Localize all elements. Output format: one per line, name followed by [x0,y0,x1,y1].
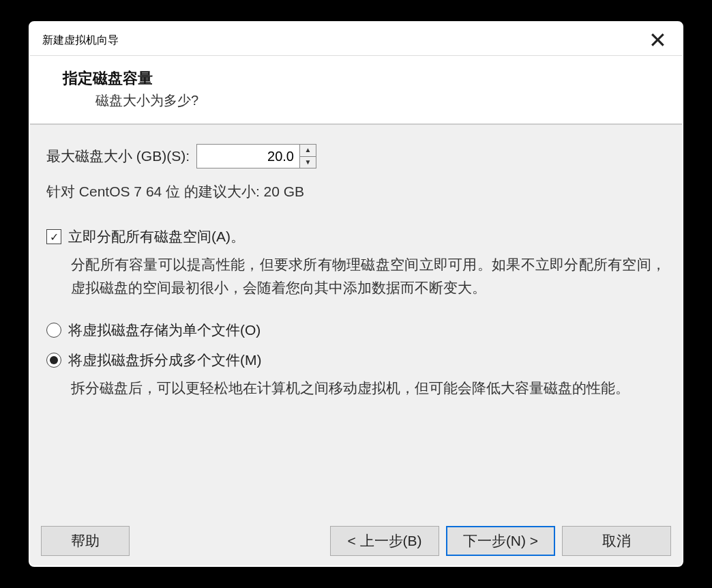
split-files-radio[interactable] [46,353,61,368]
split-files-label[interactable]: 将虚拟磁盘拆分成多个文件(M) [68,351,261,370]
page-title: 指定磁盘容量 [63,68,660,89]
single-file-row[interactable]: 将虚拟磁盘存储为单个文件(O) [46,321,666,340]
window-title: 新建虚拟机向导 [42,33,119,48]
wizard-footer: 帮助 < 上一步(B) 下一步(N) > 取消 [30,519,682,565]
allocate-now-label[interactable]: 立即分配所有磁盘空间(A)。 [68,227,245,246]
back-button[interactable]: < 上一步(B) [330,526,439,556]
cancel-button[interactable]: 取消 [562,526,671,556]
new-vm-wizard-dialog: 新建虚拟机向导 ✕ 指定磁盘容量 磁盘大小为多少? 最大磁盘大小 (GB)(S)… [29,21,683,567]
wizard-header: 指定磁盘容量 磁盘大小为多少? [30,56,682,125]
allocate-now-desc: 分配所有容量可以提高性能，但要求所有物理磁盘空间立即可用。如果不立即分配所有空间… [71,253,666,299]
recommended-size-text: 针对 CentOS 7 64 位 的建议大小: 20 GB [46,182,666,201]
disk-size-row: 最大磁盘大小 (GB)(S): ▲ ▼ [46,144,666,168]
page-subtitle: 磁盘大小为多少? [95,91,660,110]
allocate-now-checkbox[interactable]: ✓ [46,229,61,244]
disk-size-label: 最大磁盘大小 (GB)(S): [46,147,190,166]
allocate-now-row[interactable]: ✓ 立即分配所有磁盘空间(A)。 [46,227,666,246]
disk-size-spinner[interactable]: ▲ ▼ [196,144,316,168]
spinner-down-icon[interactable]: ▼ [300,157,316,168]
split-files-desc: 拆分磁盘后，可以更轻松地在计算机之间移动虚拟机，但可能会降低大容量磁盘的性能。 [71,377,666,400]
next-button[interactable]: 下一步(N) > [446,526,555,556]
wizard-content: 最大磁盘大小 (GB)(S): ▲ ▼ 针对 CentOS 7 64 位 的建议… [30,125,682,519]
disk-size-input[interactable] [197,145,299,168]
help-button[interactable]: 帮助 [41,526,130,556]
spinner-up-icon[interactable]: ▲ [300,145,316,157]
spinner-buttons: ▲ ▼ [299,145,316,168]
close-icon[interactable]: ✕ [644,29,671,51]
split-files-row[interactable]: 将虚拟磁盘拆分成多个文件(M) [46,351,666,370]
titlebar: 新建虚拟机向导 ✕ [30,23,682,56]
single-file-radio[interactable] [46,323,61,338]
single-file-label[interactable]: 将虚拟磁盘存储为单个文件(O) [68,321,261,340]
